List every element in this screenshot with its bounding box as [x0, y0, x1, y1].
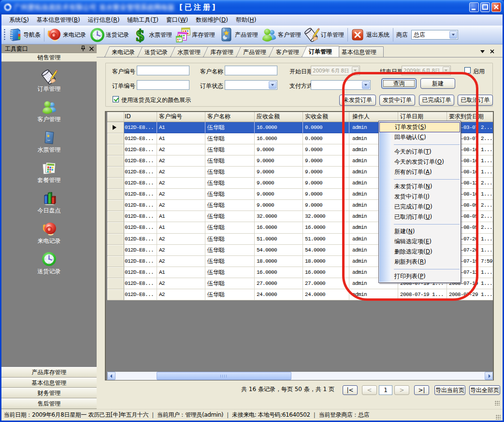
menu-item[interactable]: 帮助(H)	[232, 15, 260, 25]
row-selector-cell[interactable]	[107, 256, 124, 267]
next-page-button[interactable]: >	[394, 385, 409, 395]
scroll-left-icon[interactable]	[107, 372, 115, 380]
sidebar-item[interactable]: 今日盘点	[1, 191, 97, 215]
toolbar-button[interactable]: 来电记录	[45, 26, 88, 43]
sidebar-section-sales[interactable]: 销售管理	[1, 53, 97, 62]
store-select[interactable]: 总店	[411, 30, 458, 40]
row-selector-cell[interactable]	[107, 122, 124, 133]
tab[interactable]: 基本信息管理	[334, 46, 384, 57]
customer-name-input[interactable]	[225, 66, 277, 75]
window-resize-grip[interactable]	[495, 414, 501, 420]
sidebar-item[interactable]: 送货记录	[1, 252, 97, 276]
row-selector-cell[interactable]	[107, 155, 124, 167]
row-selector-cell[interactable]	[107, 200, 124, 211]
tab[interactable]: 来电记录	[104, 46, 142, 57]
prev-page-button[interactable]: <	[362, 385, 377, 395]
context-menu-item[interactable]: 已完成订单(D)	[379, 202, 461, 212]
toolbar-button[interactable]: 库存管理	[174, 26, 217, 43]
context-menu-item[interactable]: 删除选定项(D)	[379, 247, 461, 257]
column-header-id[interactable]: ID	[124, 112, 157, 122]
status-filter-button[interactable]: 发货中订单	[379, 95, 415, 106]
row-selector-cell[interactable]	[107, 167, 124, 178]
column-header-customer-no[interactable]: 客户编号	[157, 112, 205, 122]
context-menu-item[interactable]: 刷新列表(R)	[379, 257, 461, 267]
tab-close-icon[interactable]	[490, 49, 494, 54]
sidebar-item[interactable]: 套餐管理	[1, 160, 97, 184]
menu-item[interactable]: 数据维护(D)	[192, 15, 232, 25]
tab-scroll-down-icon[interactable]	[480, 50, 485, 53]
toolbar-button[interactable]: 客户管理	[260, 26, 303, 43]
sidebar-section-bar[interactable]: 售后管理	[1, 398, 97, 409]
toolbar-button[interactable]: 退出系统	[349, 26, 392, 43]
page-number-input[interactable]: 1	[379, 385, 392, 395]
close-button[interactable]	[491, 2, 501, 12]
toolbar-button[interactable]: 产品管理	[217, 26, 260, 43]
sidebar-item[interactable]: 订单管理	[1, 69, 97, 93]
chevron-down-icon[interactable]	[449, 31, 457, 39]
status-filter-button[interactable]: 已取消订单	[458, 95, 493, 106]
context-menu-item[interactable]: 已取消订单(U)	[379, 212, 461, 222]
context-menu-item[interactable]: 订单发货(S)	[379, 122, 460, 132]
close-icon[interactable]	[89, 45, 94, 52]
menu-item[interactable]: 运行信息(R)	[84, 15, 124, 25]
context-menu-item[interactable]: 发货中订单(I)	[379, 192, 461, 202]
status-filter-button[interactable]: 未发货订单	[339, 95, 376, 106]
color-checkbox[interactable]	[113, 96, 119, 102]
context-menu-item[interactable]: 今天的发货订单(O)	[379, 157, 461, 167]
tab[interactable]: 水票管理	[170, 46, 208, 57]
context-menu-item[interactable]: 未发货订单(N)	[379, 182, 461, 192]
column-header-customer-name[interactable]: 客户名称	[205, 112, 255, 122]
tab[interactable]: 送货记录	[137, 46, 175, 57]
menu-item[interactable]: 窗口(W)	[162, 15, 192, 25]
toolbar-button[interactable]: 送货记录	[88, 26, 131, 43]
customer-no-input[interactable]	[137, 66, 189, 75]
pin-icon[interactable]	[81, 45, 86, 52]
row-selector-cell[interactable]	[107, 234, 124, 245]
tab[interactable]: 库存管理	[203, 46, 241, 57]
export-all-button[interactable]: 导出全部页	[469, 385, 500, 395]
row-selector-cell[interactable]	[107, 178, 124, 189]
scroll-right-icon[interactable]	[485, 372, 493, 380]
column-header-received[interactable]: 实收金额	[303, 112, 349, 122]
toolbar-button[interactable]: $ 水票管理	[131, 26, 174, 43]
menu-item[interactable]: 辅助工具(T)	[123, 15, 162, 25]
start-date-picker[interactable]: 2009年 6月 8日	[311, 66, 360, 75]
end-date-picker[interactable]: 2009年 6月 8日	[402, 66, 451, 75]
toolbar-button[interactable]: 导航条	[6, 26, 43, 43]
export-current-button[interactable]: 导出当前页	[434, 385, 465, 395]
tab[interactable]: 订单管理	[302, 46, 339, 57]
sidebar-item[interactable]: 水票管理	[1, 130, 97, 154]
row-selector-cell[interactable]	[107, 211, 124, 222]
pay-method-select[interactable]	[311, 80, 371, 90]
row-selector-cell[interactable]	[107, 144, 124, 155]
tab[interactable]: 产品管理	[236, 46, 274, 57]
context-menu-item[interactable]: 回单确认(C)	[379, 132, 461, 142]
context-menu-item[interactable]: 新建(N)	[379, 226, 461, 237]
sidebar-item[interactable]: 客户管理	[1, 99, 97, 124]
context-menu-item[interactable]: 今天的订单(T)	[379, 147, 461, 157]
tab[interactable]: 客户管理	[269, 46, 306, 57]
toolbar-grip[interactable]	[4, 28, 5, 41]
context-menu-item[interactable]: 打印列表(P)	[379, 271, 461, 281]
row-selector-cell[interactable]	[107, 289, 124, 300]
horizontal-scrollbar[interactable]	[107, 372, 493, 380]
resize-grip[interactable]	[494, 400, 500, 406]
order-status-select[interactable]	[225, 80, 277, 90]
enable-checkbox[interactable]	[464, 67, 471, 73]
toolbar-button[interactable]: 订单管理	[303, 26, 346, 43]
maximize-button[interactable]	[480, 2, 490, 12]
row-selector-cell[interactable]	[107, 189, 124, 200]
chevron-down-icon[interactable]	[269, 81, 276, 89]
menu-item[interactable]: 基本信息管理(B)	[33, 15, 84, 25]
row-selector-cell[interactable]	[107, 245, 124, 256]
sidebar-section-bar[interactable]: 产品库存管理	[1, 367, 97, 378]
row-selector-cell[interactable]	[107, 267, 124, 278]
column-header-receivable[interactable]: 应收金额	[255, 112, 303, 122]
search-button[interactable]: 查询	[381, 78, 417, 89]
menu-item[interactable]: 系统(S)	[5, 15, 33, 25]
sidebar-section-bar[interactable]: 基本信息管理	[1, 378, 97, 388]
scrollbar-thumb[interactable]	[157, 372, 291, 380]
status-filter-button[interactable]: 已完成订单	[419, 95, 454, 106]
new-button[interactable]: 新建	[420, 78, 455, 89]
chevron-down-icon[interactable]	[362, 81, 370, 89]
